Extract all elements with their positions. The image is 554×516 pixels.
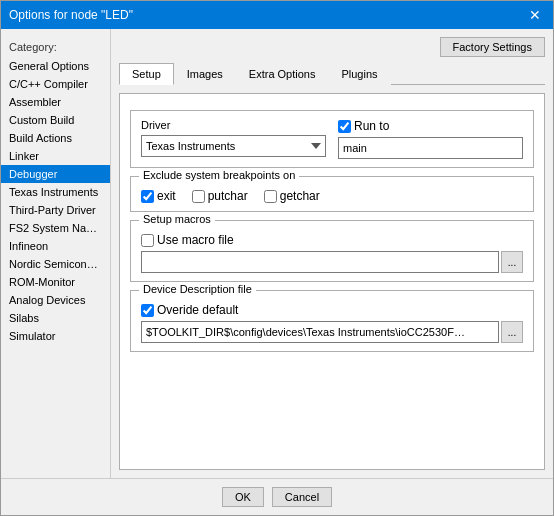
- override-default-checkbox[interactable]: [141, 304, 154, 317]
- run-to-input[interactable]: [338, 137, 523, 159]
- macro-file-input[interactable]: [141, 251, 499, 273]
- content-panel: Driver Texas Instruments Run to: [119, 93, 545, 470]
- setup-macros-title: Setup macros: [139, 213, 215, 225]
- factory-settings-button[interactable]: Factory Settings: [440, 37, 545, 57]
- putchar-label: putchar: [208, 189, 248, 203]
- sidebar-item-infineon[interactable]: Infineon: [1, 237, 110, 255]
- macro-input-row: ...: [141, 251, 523, 273]
- dialog-title: Options for node "LED": [9, 8, 133, 22]
- device-description-title: Device Description file: [139, 283, 256, 295]
- tab-images[interactable]: Images: [174, 63, 236, 85]
- sidebar-item-linker[interactable]: Linker: [1, 147, 110, 165]
- sidebar-item-custom-build[interactable]: Custom Build: [1, 111, 110, 129]
- tab-setup[interactable]: Setup: [119, 63, 174, 85]
- getchar-checkbox[interactable]: [264, 190, 277, 203]
- sidebar-item-texas-instruments[interactable]: Texas Instruments: [1, 183, 110, 201]
- setup-macros-section: Setup macros Use macro file ...: [130, 220, 534, 282]
- driver-run-row: Driver Texas Instruments Run to: [141, 119, 523, 159]
- tabs: SetupImagesExtra OptionsPlugins: [119, 63, 545, 85]
- category-label: Category:: [1, 37, 110, 57]
- sidebar-item-general-options[interactable]: General Options: [1, 57, 110, 75]
- breakpoints-checkboxes: exit putchar getchar: [141, 189, 523, 203]
- sidebar-item-third-party-driver[interactable]: Third-Party Driver: [1, 201, 110, 219]
- driver-label: Driver: [141, 119, 326, 131]
- exclude-breakpoints-body: exit putchar getchar: [141, 189, 523, 203]
- sidebar-item-rom-monitor[interactable]: ROM-Monitor: [1, 273, 110, 291]
- getchar-label: getchar: [280, 189, 320, 203]
- device-description-body: Overide default ...: [141, 303, 523, 343]
- ok-button[interactable]: OK: [222, 487, 264, 507]
- sidebar-item-assembler[interactable]: Assembler: [1, 93, 110, 111]
- dialog-body: Category: General OptionsC/C++ CompilerA…: [1, 29, 553, 478]
- main-dialog: Options for node "LED" ✕ Category: Gener…: [0, 0, 554, 516]
- sidebar-item-fs2-system-navi[interactable]: FS2 System Navi…: [1, 219, 110, 237]
- use-macro-file-label: Use macro file: [157, 233, 234, 247]
- macro-browse-button[interactable]: ...: [501, 251, 523, 273]
- exit-checkbox[interactable]: [141, 190, 154, 203]
- run-to-group: Run to: [338, 119, 523, 159]
- run-to-header: Run to: [338, 119, 523, 133]
- exclude-breakpoints-section: Exclude system breakpoints on exit putch…: [130, 176, 534, 212]
- getchar-checkbox-item[interactable]: getchar: [264, 189, 320, 203]
- sidebar-item-cpp-compiler[interactable]: C/C++ Compiler: [1, 75, 110, 93]
- tab-plugins[interactable]: Plugins: [328, 63, 390, 85]
- cancel-button[interactable]: Cancel: [272, 487, 332, 507]
- exclude-breakpoints-title: Exclude system breakpoints on: [139, 169, 299, 181]
- putchar-checkbox[interactable]: [192, 190, 205, 203]
- sidebar-item-analog-devices[interactable]: Analog Devices: [1, 291, 110, 309]
- sidebar-item-build-actions[interactable]: Build Actions: [1, 129, 110, 147]
- device-browse-button[interactable]: ...: [501, 321, 523, 343]
- override-default-item[interactable]: Overide default: [141, 303, 523, 317]
- tab-extra-options[interactable]: Extra Options: [236, 63, 329, 85]
- run-to-label: Run to: [354, 119, 389, 133]
- use-macro-file-checkbox[interactable]: [141, 234, 154, 247]
- sidebar-item-nordic-semiconduct[interactable]: Nordic Semicondu…: [1, 255, 110, 273]
- driver-group: Driver Texas Instruments: [141, 119, 326, 157]
- device-file-input[interactable]: [141, 321, 499, 343]
- sidebar-item-debugger[interactable]: Debugger: [1, 165, 110, 183]
- device-description-section: Device Description file Overide default …: [130, 290, 534, 352]
- sidebar-item-silabs[interactable]: Silabs: [1, 309, 110, 327]
- run-to-checkbox[interactable]: [338, 120, 351, 133]
- setup-macros-body: Use macro file ...: [141, 233, 523, 273]
- factory-settings-row: Factory Settings: [119, 37, 545, 57]
- close-button[interactable]: ✕: [525, 7, 545, 23]
- use-macro-file-item[interactable]: Use macro file: [141, 233, 523, 247]
- main-content: Factory Settings SetupImagesExtra Option…: [111, 29, 553, 478]
- dialog-footer: OK Cancel: [1, 478, 553, 515]
- override-default-label: Overide default: [157, 303, 238, 317]
- putchar-checkbox-item[interactable]: putchar: [192, 189, 248, 203]
- sidebar: Category: General OptionsC/C++ CompilerA…: [1, 29, 111, 478]
- exit-label: exit: [157, 189, 176, 203]
- device-input-row: ...: [141, 321, 523, 343]
- title-bar: Options for node "LED" ✕: [1, 1, 553, 29]
- sidebar-item-simulator[interactable]: Simulator: [1, 327, 110, 345]
- driver-select[interactable]: Texas Instruments: [141, 135, 326, 157]
- driver-section: Driver Texas Instruments Run to: [130, 110, 534, 168]
- exit-checkbox-item[interactable]: exit: [141, 189, 176, 203]
